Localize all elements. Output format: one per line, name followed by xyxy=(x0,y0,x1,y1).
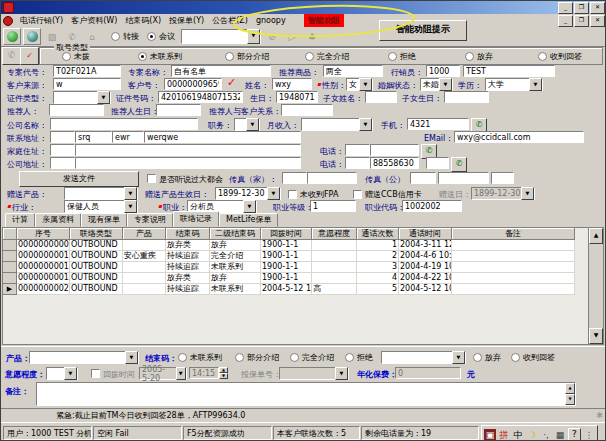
scroll-up-icon[interactable]: ▲ xyxy=(565,383,575,394)
case-name-field[interactable] xyxy=(171,65,271,77)
numbertype-radio-complete[interactable]: 完全介绍 xyxy=(305,51,349,62)
company-address-field-2[interactable] xyxy=(75,157,301,169)
dial-company-phone-button[interactable]: ✆ xyxy=(451,157,467,172)
column-header[interactable]: 产品 xyxy=(123,228,166,240)
give-date-select[interactable]: 1899-12-30▼ xyxy=(471,187,535,200)
income-select[interactable]: ▼ xyxy=(301,118,373,131)
home-address-field-2[interactable] xyxy=(75,144,301,156)
ccb-checkbox[interactable] xyxy=(353,190,362,199)
child-name-field[interactable] xyxy=(365,91,397,103)
hangup-button[interactable] xyxy=(23,28,41,45)
ime-grip-handle[interactable]: ⋮ xyxy=(583,429,595,441)
fax-office-area-field[interactable] xyxy=(410,172,436,184)
callback-date-select[interactable]: 2005- 5-20▼ xyxy=(139,367,187,380)
customer-source-field[interactable] xyxy=(53,78,121,90)
scroll-up-icon[interactable]: ▲ xyxy=(589,228,603,244)
row-selector[interactable] xyxy=(3,273,17,284)
email-field[interactable] xyxy=(454,131,584,143)
ime-logo-icon[interactable]: ▣ xyxy=(484,429,496,441)
chevron-down-icon[interactable]: ▼ xyxy=(359,78,372,91)
smart-dissuade-tip-button[interactable]: 智能劝阻提示 xyxy=(379,20,467,41)
ime-punctuation-icon[interactable]: ·, xyxy=(540,429,552,441)
tab-existing-policies[interactable]: 现有保单 xyxy=(81,213,127,227)
endcode-radio-reject[interactable]: 拒绝 xyxy=(345,352,373,363)
company-phone-field[interactable] xyxy=(370,157,419,169)
willingness-select[interactable]: ▼ xyxy=(46,367,78,380)
endcode-radio-complete[interactable]: 完全介绍 xyxy=(290,352,334,363)
numbertype-radio-giveup[interactable]: 放弃 xyxy=(465,51,493,62)
table-row[interactable]: 00000000017OUTBOUND持续追踪未联系到1900-1-132004… xyxy=(3,262,589,273)
contact-address-field-2[interactable] xyxy=(75,131,112,143)
child-window-icon[interactable] xyxy=(3,16,13,26)
table-row[interactable]: ▶00000000021OUTBOUND持续追踪未联系到2004-5-12 1(… xyxy=(3,284,589,295)
minimize-button[interactable]: _ xyxy=(558,2,573,14)
reject-reason-select[interactable]: ▼ xyxy=(381,351,466,364)
conference-radio[interactable]: 会议 xyxy=(147,31,175,42)
tab-case-description[interactable]: 专案说明 xyxy=(127,213,173,227)
row-selector[interactable]: ▶ xyxy=(3,284,17,295)
dial-pad-button[interactable]: ✆ xyxy=(2,47,21,65)
close-button[interactable]: ✕ xyxy=(590,2,605,14)
ime-language-bar[interactable]: ▣ 拼 中 ☽ ·, ▦ ? ⋮ xyxy=(481,425,598,441)
menu-item-bulletin[interactable]: 公告栏(Z) xyxy=(208,14,252,27)
fax-home-field[interactable] xyxy=(307,172,357,184)
transfer-radio[interactable]: 转接 xyxy=(111,31,139,42)
chevron-down-icon[interactable]: ▼ xyxy=(247,29,260,44)
ime-moon-icon[interactable]: ☽ xyxy=(526,429,538,441)
remark-scrollbar[interactable]: ▲▼ xyxy=(565,383,575,405)
send-file-button[interactable]: 发送文件 xyxy=(19,171,139,187)
chevron-down-icon[interactable]: ▼ xyxy=(124,200,137,213)
ime-keyboard-icon[interactable]: ▦ xyxy=(554,429,566,441)
ime-help-button[interactable]: ? xyxy=(568,428,581,441)
menu-item-telemarketing[interactable]: 电话行销(Y) xyxy=(16,14,67,27)
table-row[interactable]: 00000000004OUTBOUND放弃类放弃1900-1-112004-3-… xyxy=(3,240,589,251)
column-header[interactable]: 二级结束码 xyxy=(210,228,261,240)
verified-check-icon[interactable]: ✓ xyxy=(227,76,236,89)
chevron-down-icon[interactable]: ▼ xyxy=(64,367,77,380)
tab-metlife-policy[interactable]: MetLife保单 xyxy=(219,213,278,227)
premium-field[interactable] xyxy=(395,367,461,379)
education-select[interactable]: 大学▼ xyxy=(485,78,543,91)
heard-metlife-checkbox[interactable] xyxy=(147,174,156,183)
column-header[interactable]: 备注 xyxy=(452,228,575,240)
chevron-down-icon[interactable]: ▼ xyxy=(97,91,110,104)
table-vertical-scrollbar[interactable]: ▲ ▼ xyxy=(588,227,604,345)
home-phone-field[interactable] xyxy=(370,144,419,156)
chevron-down-icon[interactable]: ▼ xyxy=(267,187,280,200)
endcode-radio-giveup[interactable]: 放弃 xyxy=(473,352,501,363)
company-phone-area-field[interactable] xyxy=(345,157,370,169)
menu-item-policy[interactable]: 投保单(Y) xyxy=(165,14,208,27)
remark-textarea[interactable]: ▲▼ xyxy=(36,382,576,406)
chevron-down-icon[interactable]: ▼ xyxy=(246,118,259,131)
chevron-down-icon[interactable]: ▼ xyxy=(124,187,137,200)
id-no-field[interactable] xyxy=(158,91,243,103)
conference-target-combobox[interactable]: ▼ xyxy=(181,29,261,44)
callback-time-field[interactable] xyxy=(189,367,219,379)
case-code-field[interactable] xyxy=(53,65,121,77)
home-address-field-1[interactable] xyxy=(50,144,75,156)
policy-no-select[interactable]: ▼ xyxy=(279,367,349,380)
chevron-down-icon[interactable]: ▼ xyxy=(176,367,186,380)
child-restore-button[interactable]: ❐ xyxy=(574,15,589,27)
callback-checkbox[interactable] xyxy=(91,369,100,378)
tab-relatives[interactable]: 亲属资料 xyxy=(35,213,81,227)
chevron-down-icon[interactable]: ▼ xyxy=(243,200,256,213)
menu-item-gnoopy[interactable]: gnoopy xyxy=(252,15,290,26)
ime-chinese-icon[interactable]: 中 xyxy=(512,429,524,441)
endcode-radio-returned[interactable]: 收到回签 xyxy=(511,352,555,363)
numbertype-radio-reject[interactable]: 拒绝 xyxy=(388,51,416,62)
numbertype-radio-returned[interactable]: 收到回签 xyxy=(538,51,582,62)
occ-grade-field[interactable] xyxy=(310,200,356,212)
customer-no-field[interactable] xyxy=(164,78,222,90)
company-address-field-1[interactable] xyxy=(50,157,75,169)
column-header[interactable]: 结束码 xyxy=(166,228,210,240)
scroll-down-icon[interactable]: ▼ xyxy=(565,394,575,405)
numbertype-radio-partial[interactable]: 部分介绍 xyxy=(225,51,269,62)
gender-select[interactable]: 女▼ xyxy=(346,78,373,91)
chevron-down-icon[interactable]: ▼ xyxy=(521,187,534,200)
chevron-down-icon[interactable]: ▼ xyxy=(125,351,138,364)
chevron-down-icon[interactable]: ▼ xyxy=(529,78,542,91)
restore-button[interactable]: ❐ xyxy=(574,2,589,14)
referrer-birthday-field[interactable] xyxy=(156,104,201,116)
numbertype-radio-notdialed[interactable]: 未拨 xyxy=(62,51,90,62)
